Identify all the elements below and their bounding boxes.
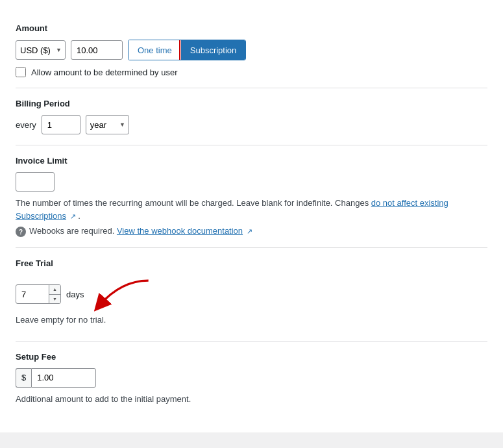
allow-amount-checkbox[interactable] [16, 67, 26, 77]
arrow-annotation [89, 275, 154, 314]
amount-label: Amount [16, 23, 487, 33]
spinner-up-button[interactable]: ▲ [49, 285, 60, 295]
setup-fee-help: Additional amount to add to the initial … [16, 393, 487, 406]
amount-input[interactable] [71, 40, 123, 60]
currency-select[interactable]: USD ($) EUR (€) GBP (£) [16, 40, 66, 60]
webhook-info-text: Webooks are required. View the webhook d… [29, 226, 252, 236]
billing-period-section: Billing Period every year month week day [16, 88, 487, 145]
billing-row: every year month week day [16, 115, 487, 134]
external-link-icon-1: ↗ [70, 212, 76, 220]
invoice-limit-input[interactable] [16, 172, 55, 192]
amount-section: Amount USD ($) EUR (€) GBP (£) One time … [16, 13, 487, 88]
setup-fee-section: Setup Fee $ Additional amount to add to … [16, 342, 487, 420]
billing-period-label: Billing Period [16, 99, 487, 108]
amount-row: USD ($) EUR (€) GBP (£) One time Subscri… [16, 40, 487, 60]
billing-period-select[interactable]: year month week day [86, 115, 129, 134]
invoice-limit-description: The number of times the recurring amount… [16, 197, 487, 222]
spinner-down-button[interactable]: ▼ [49, 295, 60, 304]
every-label: every [16, 120, 36, 130]
external-link-icon-2: ↗ [247, 227, 252, 235]
allow-amount-row: Allow amount to be determined by user [16, 67, 487, 77]
allow-amount-label: Allow amount to be determined by user [31, 68, 177, 77]
info-icon: ? [16, 227, 26, 237]
free-trial-help: Leave empty for no trial. [16, 314, 487, 327]
one-time-button[interactable]: One time [129, 40, 181, 60]
payment-type-toggle: One time Subscription [128, 40, 246, 60]
setup-fee-row: $ [16, 368, 487, 388]
invoice-limit-section: Invoice Limit The number of times the re… [16, 145, 487, 248]
billing-period-select-wrap[interactable]: year month week day [86, 115, 129, 134]
webhook-info-row: ? Webooks are required. View the webhook… [16, 226, 487, 237]
billing-number-input[interactable] [42, 115, 80, 134]
currency-select-wrap[interactable]: USD ($) EUR (€) GBP (£) [16, 40, 66, 60]
setup-fee-label: Setup Fee [16, 352, 487, 362]
free-trial-row: ▲ ▼ days [16, 275, 487, 314]
spinner-buttons: ▲ ▼ [49, 285, 60, 303]
webhook-doc-link[interactable]: View the webhook documentation [117, 226, 243, 236]
setup-fee-input[interactable] [31, 368, 96, 388]
free-trial-section: Free Trial ▲ ▼ days Leave empty for [16, 248, 487, 342]
days-label: days [66, 290, 84, 299]
free-trial-input-wrap: ▲ ▼ [16, 284, 61, 304]
dollar-prefix: $ [16, 368, 31, 388]
free-trial-label: Free Trial [16, 258, 487, 268]
subscription-button[interactable]: Subscription [181, 40, 246, 60]
invoice-limit-label: Invoice Limit [16, 156, 487, 166]
payment-form: Amount USD ($) EUR (€) GBP (£) One time … [0, 0, 503, 432]
